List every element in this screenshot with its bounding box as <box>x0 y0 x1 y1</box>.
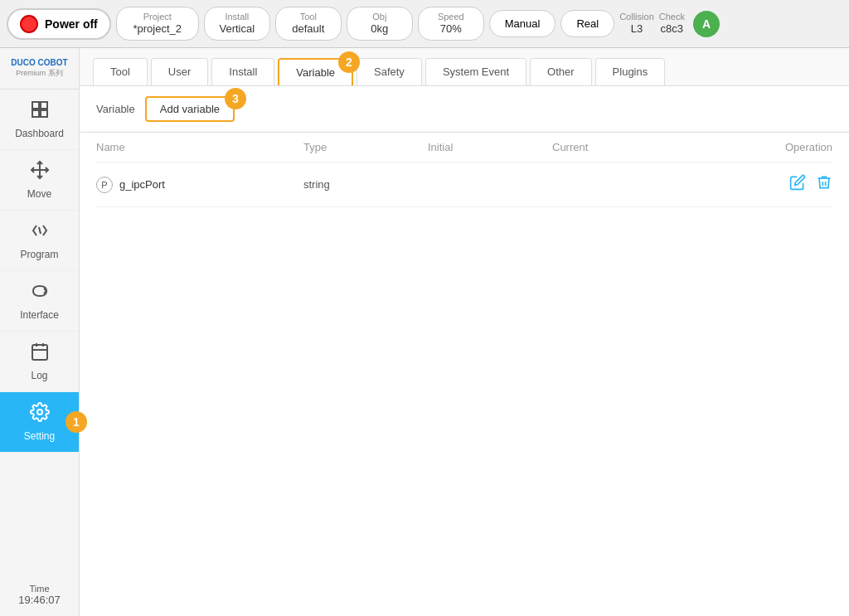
dashboard-icon <box>30 99 50 124</box>
badge-1: 1 <box>65 411 87 433</box>
project-label: Project <box>143 11 172 22</box>
sidebar-item-move[interactable]: Move <box>0 150 79 211</box>
sidebar-item-interface-label: Interface <box>20 309 59 321</box>
svg-rect-1 <box>41 102 47 109</box>
tool-value: default <box>292 22 324 36</box>
sidebar: DUCO COBOT Premium 系列 Dashboard <box>0 48 80 616</box>
collision-value: L3 <box>631 22 643 36</box>
install-value: Vertical <box>219 22 255 36</box>
svg-rect-3 <box>41 110 47 117</box>
install-label: Install <box>225 11 249 22</box>
variable-table: Name Type Initial Current Operation P g_… <box>80 133 849 616</box>
time-label: Time <box>18 584 61 594</box>
project-segment: Project *project_2 <box>116 7 199 41</box>
install-segment: Install Vertical <box>204 7 270 41</box>
check-value: c8c3 <box>661 22 683 36</box>
tool-segment: Tool default <box>275 7 342 41</box>
power-button[interactable]: Power off <box>7 8 111 40</box>
badge-3: 3 <box>225 88 246 109</box>
col-initial: Initial <box>428 141 552 153</box>
type-prefix-badge: P <box>96 177 113 193</box>
col-operation: Operation <box>733 141 832 153</box>
avatar[interactable]: A <box>693 11 720 37</box>
time-section: Time 19:46:07 <box>18 574 61 616</box>
speed-label: Speed <box>438 11 464 22</box>
action-icons <box>733 174 832 195</box>
manual-button[interactable]: Manual <box>489 10 556 37</box>
sidebar-item-log-label: Log <box>31 370 47 381</box>
program-icon <box>30 221 50 245</box>
power-label: Power off <box>45 17 98 31</box>
col-name: Name <box>96 141 303 153</box>
obj-value: 0kg <box>371 22 388 36</box>
logo-sub: Premium 系列 <box>11 68 67 79</box>
setting-icon <box>30 402 50 427</box>
add-variable-wrapper: Add variable 3 <box>145 96 235 122</box>
time-value: 19:46:07 <box>18 594 61 606</box>
check-section: Check c8c3 <box>659 11 685 36</box>
speed-value: 70% <box>440 22 462 36</box>
svg-rect-0 <box>32 102 39 109</box>
sidebar-item-move-label: Move <box>27 188 51 200</box>
sidebar-logo: DUCO COBOT Premium 系列 <box>0 48 79 90</box>
tab-plugins[interactable]: Plugins <box>595 58 666 85</box>
obj-label: Obj <box>372 11 386 22</box>
check-label: Check <box>659 11 685 22</box>
tab-system-event[interactable]: System Event <box>425 58 526 85</box>
logo-text: DUCO COBOT <box>11 58 67 68</box>
log-icon <box>30 342 50 366</box>
sidebar-item-interface[interactable]: Interface <box>0 271 79 332</box>
tab-safety[interactable]: Safety <box>357 58 422 85</box>
speed-segment: Speed 70% <box>418 7 484 41</box>
sidebar-item-setting-label: Setting <box>24 430 55 442</box>
col-type: Type <box>303 141 428 153</box>
collision-label: Collision <box>619 11 654 22</box>
svg-line-6 <box>39 227 41 234</box>
sidebar-item-dashboard-label: Dashboard <box>15 128 64 139</box>
col-current: Current <box>552 141 733 153</box>
sidebar-item-program[interactable]: Program <box>0 211 79 271</box>
collision-section: Collision L3 <box>619 11 654 36</box>
top-bar: Power off Project *project_2 Install Ver… <box>0 0 849 48</box>
content-area: Tool User Install Variable 2 Safety Syst… <box>80 48 849 616</box>
var-name-cell: P g_ipcPort <box>96 177 303 193</box>
tab-install[interactable]: Install <box>211 58 274 85</box>
sidebar-item-log[interactable]: Log <box>0 332 79 392</box>
svg-rect-2 <box>32 110 39 117</box>
main-layout: DUCO COBOT Premium 系列 Dashboard <box>0 48 849 616</box>
power-indicator <box>20 15 38 33</box>
sidebar-item-setting[interactable]: Setting 1 <box>0 392 79 453</box>
svg-rect-7 <box>32 345 47 360</box>
tab-user[interactable]: User <box>151 58 208 85</box>
variable-toolbar: Variable Add variable 3 <box>80 86 849 133</box>
sidebar-item-program-label: Program <box>20 249 58 260</box>
tab-other[interactable]: Other <box>530 58 592 85</box>
var-type: string <box>303 178 428 191</box>
table-row: P g_ipcPort string <box>96 162 832 207</box>
project-value: *project_2 <box>133 22 182 36</box>
badge-2: 2 <box>338 51 360 73</box>
real-button[interactable]: Real <box>560 10 614 37</box>
tab-variable[interactable]: Variable 2 <box>278 58 353 85</box>
svg-point-11 <box>37 410 42 415</box>
tab-tool[interactable]: Tool <box>93 58 148 85</box>
sidebar-item-dashboard[interactable]: Dashboard <box>0 90 79 150</box>
variable-label: Variable <box>96 103 135 115</box>
add-variable-button[interactable]: Add variable <box>145 96 235 122</box>
tab-nav: Tool User Install Variable 2 Safety Syst… <box>80 48 849 86</box>
move-icon <box>30 160 50 185</box>
table-header: Name Type Initial Current Operation <box>96 133 832 162</box>
obj-segment: Obj 0kg <box>347 7 413 41</box>
delete-icon[interactable] <box>816 174 832 195</box>
var-name: g_ipcPort <box>119 178 165 191</box>
edit-icon[interactable] <box>789 174 806 195</box>
tool-label: Tool <box>300 11 317 22</box>
interface-icon <box>30 281 50 306</box>
